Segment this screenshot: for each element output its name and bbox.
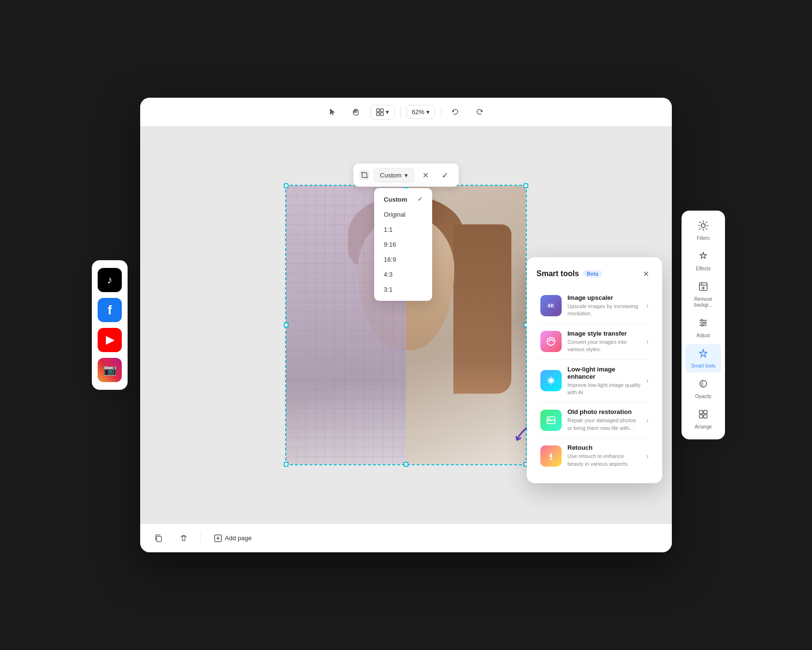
handle-bottom-left[interactable] [284,462,289,467]
tiktok-btn[interactable]: ♪ [98,268,122,292]
ratio-option-1-1[interactable]: 1:1 [378,222,428,237]
instagram-icon: 📷 [103,364,116,376]
svg-point-13 [701,224,705,228]
crop-chevron-icon: ▾ [405,172,408,179]
smart-tools-label: Smart tools [691,363,716,369]
ratio-option-9-16[interactable]: 9:16 [378,237,428,252]
sidebar-remove-bg-btn[interactable]: Remove backgr... [685,278,721,312]
effects-label: Effects [696,266,710,272]
smart-tools-icon [698,348,709,361]
restore-desc: Repair your damaged photos or bring them… [567,417,640,432]
retouch-icon [540,445,562,466]
svg-rect-22 [704,415,707,418]
tool-item-style-transfer[interactable]: Image style transfer Convert your images… [536,324,652,360]
svg-point-15 [701,320,703,322]
handle-top-right[interactable] [523,183,528,188]
arrange-icon [698,409,709,422]
sidebar-opacity-btn[interactable]: Opacity [685,375,721,403]
ratio-option-9-16-label: 9:16 [384,241,396,248]
effects-icon [698,251,709,264]
copy-btn[interactable] [150,530,167,547]
upscaler-desc: Upscale images by increasing resolution. [567,303,640,318]
smart-tools-panel: Smart tools Beta ✕ 4K Image upscaler Ups… [527,257,662,483]
check-icon: ✓ [418,196,422,203]
facebook-btn[interactable]: f [98,298,122,322]
handle-bottom-middle[interactable] [404,462,408,467]
tool-item-upscaler[interactable]: 4K Image upscaler Upscale images by incr… [536,288,652,324]
opacity-label: Opacity [695,394,711,399]
add-page-btn[interactable]: Add page [208,532,258,545]
handle-top-left[interactable] [284,183,289,188]
svg-rect-19 [699,411,703,414]
tool-item-retouch[interactable]: Retouch Use retouch to enhance beauty in… [536,438,652,473]
crop-confirm-btn[interactable]: ✓ [437,167,453,183]
add-page-label: Add page [225,534,252,542]
svg-rect-0 [377,109,379,112]
zoom-value: 62% [412,108,424,116]
remove-bg-icon [698,281,709,295]
panel-header: Smart tools Beta ✕ [536,267,652,281]
ratio-option-1-1-label: 1:1 [384,226,392,233]
crop-confirm-icon: ✓ [442,171,448,180]
tiktok-icon: ♪ [107,274,113,286]
opacity-icon [698,379,709,392]
redo-btn[interactable] [470,103,488,121]
crop-close-btn[interactable]: ✕ [418,167,434,183]
bottom-divider [200,532,201,544]
crop-toolbar: Custom ▾ Custom ✓ Original [353,163,459,187]
retouch-arrow-icon: › [646,452,649,459]
ratio-option-original[interactable]: Original [378,207,428,222]
hand-tool-btn[interactable] [348,103,365,121]
tool-item-low-light[interactable]: Low-light image enhancer Improve low-lig… [536,359,652,402]
crop-close-icon: ✕ [422,171,429,180]
retouch-name: Retouch [567,444,640,451]
upscaler-text: Image upscaler Upscale images by increas… [567,294,640,318]
restore-icon [540,410,562,431]
youtube-btn[interactable]: ▶ [98,328,122,352]
ratio-option-custom[interactable]: Custom ✓ [378,192,428,207]
restore-text: Old photo restoration Repair your damage… [567,408,640,432]
crop-ratio-btn[interactable]: Custom ▾ Custom ✓ Original [374,168,414,182]
upscaler-name: Image upscaler [567,294,640,301]
ratio-option-16-9[interactable]: 16:9 [378,252,428,267]
bottom-toolbar: Add page [140,523,672,552]
layout-btn[interactable]: ▾ [371,105,394,119]
zoom-btn[interactable]: 62% ▾ [406,105,435,119]
filters-label: Filters [696,236,710,241]
sidebar-smart-tools-btn[interactable]: Smart tools [685,344,721,373]
social-sidebar: ♪ f ▶ 📷 [92,260,128,390]
retouch-desc: Use retouch to enhance beauty in various… [567,453,640,468]
sidebar-adjust-btn[interactable]: Adjust [685,314,721,342]
style-transfer-name: Image style transfer [567,330,640,337]
undo-btn[interactable] [447,103,464,121]
restore-name: Old photo restoration [567,408,640,415]
ratio-option-3-1[interactable]: 3:1 [378,282,428,297]
hair-right [453,224,511,394]
crop-ratio-label: Custom [380,172,402,179]
delete-btn[interactable] [175,530,192,547]
ratio-option-original-label: Original [384,211,406,218]
arrange-label: Arrange [695,424,712,430]
svg-rect-2 [377,113,379,116]
sidebar-effects-btn[interactable]: Effects [685,247,721,276]
style-transfer-arrow-icon: › [646,338,649,345]
ratio-option-3-1-label: 3:1 [384,286,392,293]
low-light-arrow-icon: › [646,377,649,384]
smart-tools-title: Smart tools [536,269,579,278]
panel-close-btn[interactable]: ✕ [639,267,652,281]
adjust-icon [698,318,709,331]
image-canvas[interactable]: Custom ▾ Custom ✓ Original [285,185,527,465]
low-light-icon [540,370,562,391]
cursor-tool-btn[interactable] [324,103,342,121]
remove-bg-label: Remove backgr... [688,296,718,308]
instagram-btn[interactable]: 📷 [98,358,122,382]
sidebar-arrange-btn[interactable]: Arrange [685,405,721,434]
toolbar-divider-1 [400,106,401,118]
svg-rect-3 [380,113,383,116]
toolbar: ▾ 62% ▾ [140,98,672,127]
tool-item-restore[interactable]: Old photo restoration Repair your damage… [536,402,652,438]
sidebar-filters-btn[interactable]: Filters [685,217,721,245]
ratio-option-4-3[interactable]: 4:3 [378,267,428,282]
style-transfer-text: Image style transfer Convert your images… [567,330,640,354]
handle-middle-left[interactable] [284,323,289,327]
